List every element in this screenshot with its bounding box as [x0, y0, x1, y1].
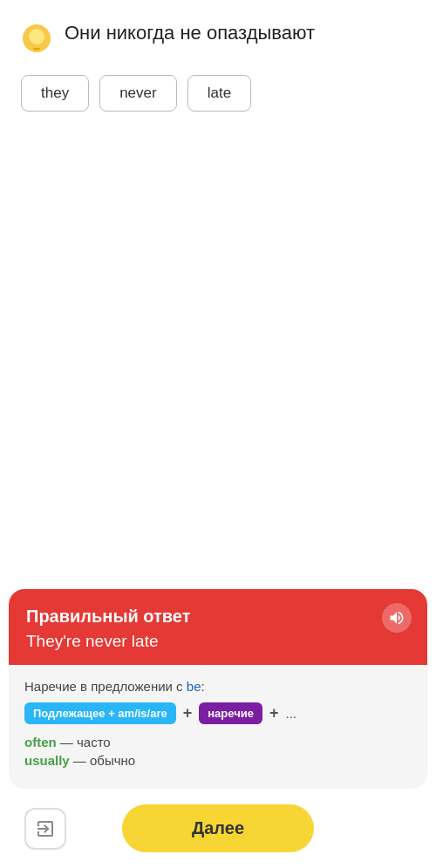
sentence-text: Они никогда не опаздывают: [65, 21, 315, 46]
vocab-meaning-usually: обычно: [90, 753, 135, 768]
next-button[interactable]: Далее: [122, 804, 314, 852]
chip-they[interactable]: they: [21, 75, 89, 112]
exit-button[interactable]: [24, 808, 66, 850]
svg-rect-3: [33, 48, 40, 50]
vocab-dash-often: —: [60, 735, 77, 749]
ellipsis: ...: [285, 706, 296, 721]
explanation-be: be: [187, 679, 201, 694]
top-area: Они никогда не опаздывают: [0, 0, 436, 68]
chips-area: they never late: [0, 68, 436, 125]
vocab-meaning-often: часто: [77, 735, 111, 749]
vocab-item-usually: usually — обычно: [24, 753, 412, 768]
explanation-intro-text: Наречие в предложении с: [24, 679, 183, 694]
vocab-word-often: often: [24, 735, 57, 749]
plus1: +: [183, 704, 193, 722]
svg-rect-2: [32, 45, 41, 48]
bulb-icon: [21, 23, 52, 54]
bottom-bar: Далее: [0, 789, 436, 868]
grammar-row: Подлежащее + am/is/are + наречие + ...: [24, 702, 412, 724]
vocab-item-often: often — часто: [24, 735, 412, 749]
svg-point-1: [29, 29, 44, 44]
chip-late[interactable]: late: [187, 75, 251, 112]
explanation-colon: :: [201, 679, 204, 694]
chip-never[interactable]: never: [99, 75, 177, 112]
explanation-card: Наречие в предложении с be: Подлежащее +…: [9, 665, 427, 789]
sound-button[interactable]: [382, 603, 412, 633]
vocab-word-usually: usually: [24, 753, 70, 768]
vocab-dash-usually: —: [73, 753, 90, 768]
answer-card-sentence: They're never late: [26, 632, 410, 651]
answer-card: Правильный ответ They're never late: [9, 589, 427, 665]
tag-blue: Подлежащее + am/is/are: [24, 702, 176, 724]
plus2: +: [269, 704, 279, 722]
explanation-intro: Наречие в предложении с be:: [24, 679, 412, 694]
answer-card-title: Правильный ответ: [26, 607, 410, 627]
tag-purple: наречие: [199, 702, 262, 724]
